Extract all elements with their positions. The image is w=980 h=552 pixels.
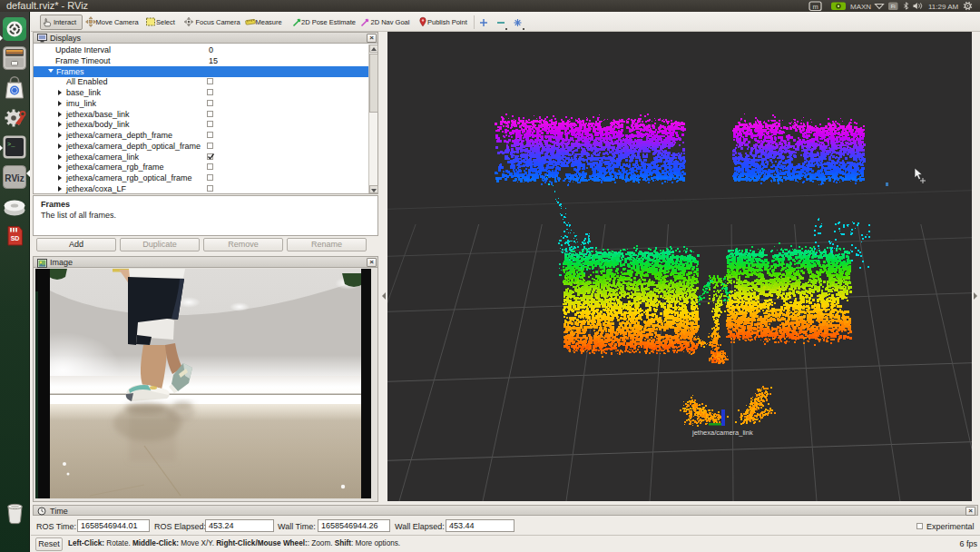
svg-text:11:29 AM: 11:29 AM bbox=[928, 3, 959, 11]
svg-text:SD: SD bbox=[11, 235, 20, 242]
svg-text:MAXN: MAXN bbox=[850, 3, 871, 11]
svg-text:m: m bbox=[812, 3, 818, 11]
svg-text:jethexa/camera_link: jethexa/camera_link bbox=[691, 429, 753, 437]
svg-text:>_: >_ bbox=[7, 141, 15, 148]
svg-text:Fi: Fi bbox=[891, 4, 896, 9]
svg-text:RViz: RViz bbox=[5, 173, 24, 183]
